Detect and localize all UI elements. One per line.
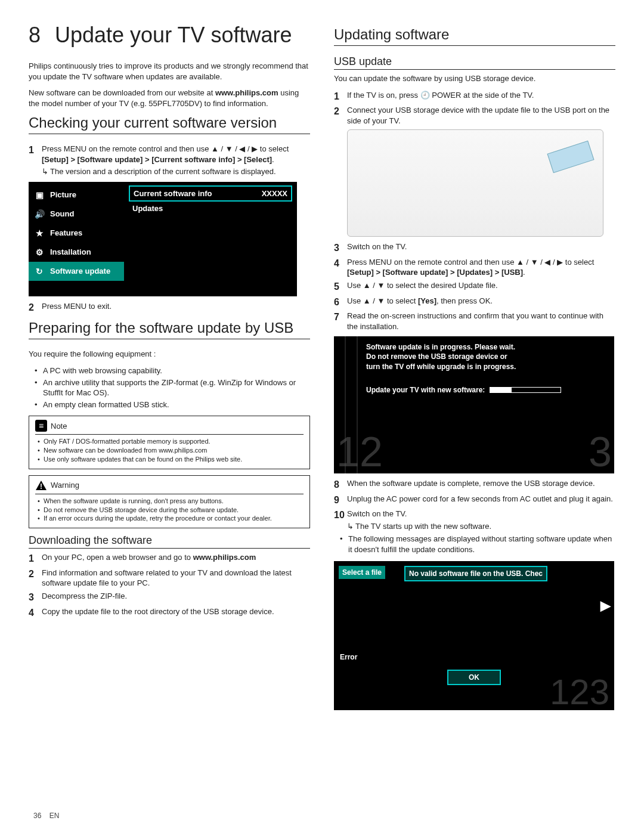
tv-menu-sidebar: ▣Picture 🔊Sound ★Features ⚙Installation … — [29, 182, 124, 296]
usb-update-intro: You can update the software by using USB… — [334, 73, 615, 84]
usb-step-10-result: The TV starts up with the new software. — [355, 521, 615, 532]
heading-preparing-usb: Preparing for the software update by USB — [29, 320, 310, 339]
tv-illustration — [347, 129, 603, 237]
tail-note: The following messages are displayed wit… — [334, 534, 615, 555]
play-arrow-icon: ▶ — [596, 561, 614, 651]
equipment-item: An empty clean formatted USB stick. — [29, 400, 310, 410]
tv-menu-item-sound: 🔊Sound — [29, 205, 124, 224]
refresh-icon: ↻ — [33, 265, 45, 277]
downloading-step-1: 1On your PC, open a web browser and go t… — [29, 552, 310, 565]
progress-bar-track — [490, 387, 561, 393]
tv-menu-row-updates: Updates — [129, 202, 292, 215]
heading-chapter: 8Update your TV software — [29, 23, 310, 48]
intro-paragraph-1: Philips continuously tries to improve it… — [29, 61, 310, 82]
site-link-text: www.philips.com — [193, 553, 256, 562]
preparing-intro: You require the following equipment : — [29, 349, 310, 360]
heading-updating-software: Updating software — [334, 26, 615, 46]
tv-menu-screenshot: ▣Picture 🔊Sound ★Features ⚙Installation … — [29, 182, 297, 296]
heading-downloading: Downloading the software — [29, 534, 310, 549]
software-version-value: XXXXX — [262, 189, 287, 198]
page-language: EN — [49, 812, 60, 820]
equipment-item: An archive utility that supports the ZIP… — [29, 377, 310, 398]
progress-bar-row: Update your TV with new software: — [366, 386, 606, 394]
tv-menu-item-installation: ⚙Installation — [29, 243, 124, 262]
tv-menu-item-picture: ▣Picture — [29, 185, 124, 205]
select-file-label: Select a file — [339, 566, 385, 579]
usb-step-7: 7Read the on-screen instructions and con… — [334, 311, 615, 332]
tv-menu-item-features: ★Features — [29, 224, 124, 243]
tv-menu-detail: Current software infoXXXXX Updates — [124, 182, 297, 296]
usb-step-4: 4Press MENU on the remote control and th… — [334, 257, 615, 278]
error-message: No valid software file on the USB. Chec — [404, 566, 547, 581]
sound-icon: 🔊 — [33, 208, 45, 220]
svg-text:!: ! — [40, 482, 42, 491]
star-icon: ★ — [33, 227, 45, 239]
usb-step-1: 1If the TV is on, press 🕘 POWER at the s… — [334, 90, 615, 103]
warning-item: If an error occurs during the update, re… — [35, 514, 304, 523]
progress-bar-fill — [490, 388, 511, 392]
page-number: 36 — [33, 812, 41, 820]
heading-checking-version: Checking your current software version — [29, 114, 310, 134]
note-item: Use only software updates that can be fo… — [35, 455, 304, 464]
site-link-text: www.philips.com — [215, 88, 278, 97]
usb-step-5: 5Use ▲ / ▼ to select the desired Update … — [334, 280, 615, 293]
note-icon: ≡ — [35, 420, 47, 432]
page-footer: 36 EN — [33, 812, 59, 820]
warning-title: Warning — [51, 481, 79, 490]
ok-button: OK — [447, 670, 501, 685]
usb-step-2: 2Connect your USB storage device with th… — [334, 105, 615, 126]
tv-menu-item-software-update: ↻Software update — [29, 262, 124, 281]
watermark-right: 123 — [550, 671, 609, 713]
progress-bar-label: Update your TV with new software: — [366, 386, 485, 394]
note-item: New software can be downloaded from www.… — [35, 446, 304, 455]
error-screenshot: Select a file No valid software file on … — [334, 561, 614, 710]
note-box: ≡Note Only FAT / DOS-formatted portable … — [29, 416, 310, 469]
equipment-list: A PC with web browsing capability. An ar… — [29, 366, 310, 410]
note-title: Note — [51, 422, 67, 431]
picture-icon: ▣ — [33, 189, 45, 201]
warning-box: ! Warning When the software update is ru… — [29, 475, 310, 529]
downloading-step-3: 3Decompress the ZIP-file. — [29, 591, 310, 604]
intro-paragraph-2: New software can be downloaded from our … — [29, 88, 310, 109]
usb-step-6: 6Use ▲ / ▼ to select [Yes], then press O… — [334, 296, 615, 309]
usb-step-8: 8When the software update is complete, r… — [334, 478, 615, 491]
checking-step-2: 2 Press MENU to exit. — [29, 301, 310, 314]
equipment-item: A PC with web browsing capability. — [29, 366, 310, 376]
heading-usb-update: USB update — [334, 55, 615, 70]
tv-menu-row-current-info: Current software infoXXXXX — [129, 185, 292, 202]
progress-message: Software update is in progress. Please w… — [366, 342, 606, 371]
checking-step-1: 1 Press MENU on the remote control and t… — [29, 144, 310, 177]
update-progress-screenshot: Software update is in progress. Please w… — [334, 336, 614, 473]
usb-step-3: 3Switch on the TV. — [334, 241, 615, 255]
error-label: Error — [334, 651, 614, 664]
warning-icon: ! — [35, 479, 47, 491]
gear-icon: ⚙ — [33, 246, 45, 258]
warning-item: When the software update is running, don… — [35, 497, 304, 506]
downloading-step-4: 4Copy the update file to the root direct… — [29, 606, 310, 620]
chapter-number: 8 — [29, 23, 55, 48]
downloading-step-2: 2Find information and software related t… — [29, 568, 310, 589]
usb-step-10: 10 Switch on the TV. The TV starts up wi… — [334, 509, 615, 531]
chapter-title: Update your TV software — [55, 23, 292, 47]
usb-step-9: 9Unplug the AC power cord for a few seco… — [334, 494, 615, 507]
note-item: Only FAT / DOS-formatted portable memory… — [35, 437, 304, 446]
warning-item: Do not remove the USB storage device dur… — [35, 506, 304, 515]
checking-step-1-result: The version and a description of the cur… — [50, 166, 310, 177]
